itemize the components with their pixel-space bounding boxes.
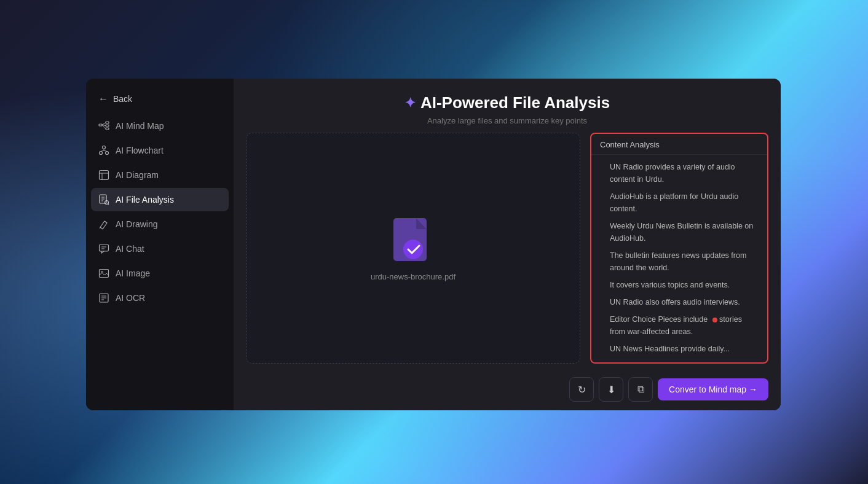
red-dot-indicator	[712, 318, 717, 322]
analysis-item-5: It covers various topics and events.	[600, 279, 759, 291]
sidebar-item-diagram[interactable]: AI Diagram	[91, 163, 229, 187]
download-icon: ⬇	[607, 384, 615, 396]
svg-point-9	[106, 152, 109, 155]
file-analysis-icon	[98, 194, 109, 205]
svg-rect-2	[106, 125, 109, 127]
flowchart-icon	[98, 145, 109, 156]
analysis-item-1: UN Radio provides a variety of audio con…	[600, 161, 759, 185]
svg-rect-13	[100, 171, 109, 180]
sidebar-item-flowchart[interactable]: AI Flowchart	[91, 139, 229, 162]
sidebar-item-image[interactable]: AI Image	[91, 262, 229, 285]
analysis-item-6: UN Radio also offers audio interviews.	[600, 296, 759, 308]
sidebar-nav: AI Mind Map AI Flowchart	[86, 114, 234, 310]
svg-line-4	[102, 123, 106, 125]
mind-map-icon	[98, 120, 109, 131]
download-button[interactable]: ⬇	[599, 377, 623, 402]
file-upload-area[interactable]: urdu-news-brochure.pdf	[246, 133, 580, 364]
analysis-item-7: Editor Choice Pieces include stories fro…	[600, 313, 759, 338]
copy-button[interactable]: ⧉	[628, 377, 653, 402]
svg-point-34	[403, 240, 423, 259]
convert-to-mindmap-button[interactable]: Conver to Mind map →	[658, 378, 768, 400]
main-content: ✦ AI-Powered File Analysis Analyze large…	[234, 79, 781, 410]
page-title: ✦ AI-Powered File Analysis	[246, 93, 768, 112]
analysis-item-2: AudioHub is a platform for Urdu audio co…	[600, 190, 759, 215]
sidebar-item-image-label: AI Image	[116, 268, 150, 278]
file-icon-wrapper	[389, 216, 438, 265]
refresh-button[interactable]: ↻	[569, 377, 594, 402]
sidebar-item-drawing[interactable]: AI Drawing	[91, 213, 229, 236]
back-arrow-icon: ←	[98, 93, 108, 104]
svg-line-22	[105, 221, 107, 223]
sidebar-item-chat[interactable]: AI Chat	[91, 237, 229, 260]
file-name: urdu-news-brochure.pdf	[371, 272, 456, 281]
sidebar-item-ocr[interactable]: AI OCR	[91, 286, 229, 310]
drawing-icon	[98, 219, 109, 230]
sidebar-item-flowchart-label: AI Flowchart	[116, 146, 164, 155]
analysis-item-4: The bulletin features news updates from …	[600, 249, 759, 274]
svg-point-8	[100, 152, 103, 155]
svg-line-23	[100, 227, 100, 228]
svg-line-21	[108, 204, 109, 205]
analysis-title: Content Analysis	[591, 134, 767, 155]
app-container: ← Back AI Mind Map	[86, 79, 781, 410]
refresh-icon: ↻	[578, 384, 586, 396]
convert-label: Conver to Mind map →	[669, 384, 757, 394]
svg-rect-24	[100, 244, 109, 251]
svg-rect-27	[100, 270, 109, 278]
sidebar-item-file-analysis-label: AI File Analysis	[116, 195, 174, 205]
analysis-panel: Content Analysis UN Radio provides a var…	[590, 133, 768, 364]
sidebar: ← Back AI Mind Map	[86, 79, 234, 410]
file-svg-icon	[389, 216, 438, 271]
copy-icon: ⧉	[637, 384, 644, 395]
svg-line-12	[104, 150, 107, 152]
sparkle-icon: ✦	[404, 95, 416, 111]
page-title-text: AI-Powered File Analysis	[420, 93, 610, 112]
analysis-item-8: UN News Headlines provide daily...	[600, 343, 759, 355]
analysis-content[interactable]: UN Radio provides a variety of audio con…	[591, 155, 767, 362]
svg-rect-3	[106, 128, 109, 130]
ocr-icon	[98, 292, 109, 303]
sidebar-item-drawing-label: AI Drawing	[116, 219, 157, 229]
content-area: urdu-news-brochure.pdf Content Analysis …	[234, 133, 781, 371]
diagram-icon	[98, 170, 109, 181]
sidebar-item-ocr-label: AI OCR	[116, 293, 145, 303]
sidebar-item-mind-map[interactable]: AI Mind Map	[91, 114, 229, 138]
sidebar-item-mind-map-label: AI Mind Map	[116, 121, 164, 131]
analysis-item-3: Weekly Urdu News Bulletin is available o…	[600, 220, 759, 244]
svg-rect-0	[99, 124, 102, 126]
bottom-toolbar: ↻ ⬇ ⧉ Conver to Mind map →	[234, 371, 781, 410]
svg-rect-1	[106, 122, 109, 123]
back-label: Back	[113, 94, 132, 104]
svg-line-11	[101, 150, 104, 152]
sidebar-item-diagram-label: AI Diagram	[116, 170, 159, 180]
page-header: ✦ AI-Powered File Analysis Analyze large…	[234, 79, 781, 133]
sidebar-item-chat-label: AI Chat	[116, 244, 144, 254]
page-subtitle: Analyze large files and summarize key po…	[246, 116, 768, 125]
sidebar-item-file-analysis[interactable]: AI File Analysis	[91, 188, 229, 211]
back-button[interactable]: ← Back	[86, 88, 234, 114]
image-icon	[98, 268, 109, 279]
svg-point-7	[103, 146, 106, 149]
chat-icon	[98, 243, 109, 254]
